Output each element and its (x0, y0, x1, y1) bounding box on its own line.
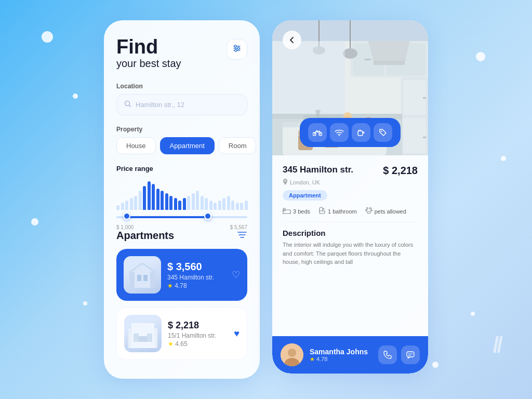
apt-rating-1: ★ 4.78 (167, 282, 225, 289)
decorative-dot (42, 31, 53, 43)
star-icon-2: ★ (168, 340, 174, 348)
amenity-tag[interactable] (374, 123, 392, 142)
price-bar (209, 201, 212, 210)
price-bar (205, 198, 208, 210)
amenity-bicycle[interactable] (308, 123, 327, 142)
svg-line-7 (129, 105, 131, 107)
paw-icon (365, 207, 373, 216)
decorative-dot (471, 312, 475, 316)
svg-rect-13 (137, 275, 141, 281)
apt-price-2: $ 2,218 (168, 320, 228, 331)
phones-container: Find your best stay Location (104, 20, 428, 379)
search-icon (124, 100, 131, 109)
call-button[interactable] (378, 345, 397, 364)
svg-point-3 (234, 45, 236, 47)
agent-rating: ★ 4.78 (310, 356, 372, 363)
price-bar (201, 196, 204, 210)
price-bar (148, 181, 151, 210)
right-phone: 345 Hamilton str. $ 2,218 London, UK App… (272, 20, 428, 374)
price-bar (196, 191, 199, 210)
search-box[interactable]: Hamilton str., 12 (116, 94, 247, 115)
location-pin-icon (283, 179, 288, 186)
price-bar (192, 193, 195, 210)
agent-avatar (281, 343, 303, 366)
property-image (272, 20, 428, 155)
range-thumb-right[interactable] (204, 212, 211, 220)
decorative-dot (73, 94, 78, 99)
heart-button-1[interactable]: ♡ (232, 269, 240, 281)
price-bar (245, 201, 248, 210)
apartments-filter-icon[interactable] (237, 230, 247, 241)
header-title-block: Find your best stay (116, 37, 181, 70)
svg-rect-35 (423, 97, 426, 99)
search-placeholder: Hamilton str., 12 (136, 101, 184, 109)
property-label: Property (116, 126, 247, 133)
star-icon: ★ (167, 282, 173, 289)
decorative-dot (501, 156, 506, 161)
price-bar (183, 198, 186, 210)
back-button[interactable] (283, 31, 301, 49)
svg-rect-36 (423, 137, 426, 138)
bathroom-label: 1 bathroom (328, 208, 357, 215)
price-range-label: Price range (116, 165, 247, 172)
apt-image-1 (124, 256, 161, 294)
apt-card-blue-inner: $ 3,560 345 Hamilton str. ★ 4.78 ♡ (116, 249, 247, 301)
message-button[interactable] (401, 345, 420, 364)
agent-info: Samantha Johns ★ 4.78 (310, 348, 372, 363)
svg-rect-33 (403, 80, 426, 115)
apt-price-1: $ 3,560 (167, 261, 225, 273)
location-label: Location (116, 83, 247, 90)
svg-rect-31 (374, 61, 405, 65)
pets-label: pets allowed (375, 208, 406, 215)
property-detail-content: 345 Hamilton str. $ 2,218 London, UK App… (272, 155, 428, 336)
apt-info-1: $ 3,560 345 Hamilton str. ★ 4.78 (167, 261, 225, 289)
price-bar (169, 196, 172, 210)
svg-point-72 (370, 210, 372, 211)
apt-info-2: $ 2,218 15/1 Hamilton str. ★ 4.65 (168, 320, 228, 348)
svg-rect-76 (407, 352, 414, 357)
svg-point-70 (369, 208, 371, 209)
feature-beds: 3 beds (283, 207, 310, 216)
price-chart: $ 1,000 $ 5,567 (116, 179, 247, 220)
tab-appartment[interactable]: Appartment (160, 137, 215, 154)
svg-point-74 (288, 349, 296, 357)
svg-point-5 (235, 49, 237, 51)
range-thumb-left[interactable] (123, 212, 130, 220)
left-phone: Find your best stay Location (104, 20, 260, 379)
property-type-badge: Appartment (283, 190, 327, 201)
beds-label: 3 beds (293, 208, 310, 215)
description-title: Description (283, 229, 418, 237)
amenity-wifi[interactable] (330, 123, 349, 142)
main-subtitle: your best stay (116, 57, 181, 70)
svg-rect-19 (134, 334, 139, 342)
bed-icon (283, 207, 291, 216)
apartment-card-2[interactable]: $ 2,218 15/1 Hamilton str. ★ 4.65 ♥ (116, 307, 247, 360)
property-tabs: House Appartment Room (116, 137, 247, 154)
decorative-dot (432, 362, 438, 368)
amenity-coffee[interactable] (352, 123, 370, 142)
svg-point-61 (381, 130, 382, 131)
property-features: 3 beds 1 bathroom (283, 207, 418, 222)
sliders-icon (232, 44, 242, 55)
heart-button-2[interactable]: ♥ (234, 328, 240, 339)
range-slider[interactable] (116, 212, 247, 222)
decorative-dot (83, 301, 87, 305)
left-header: Find your best stay (116, 37, 247, 70)
price-labels: $ 1,000 $ 5,567 (116, 224, 247, 230)
price-bar (227, 196, 230, 210)
tab-house[interactable]: House (116, 137, 156, 154)
main-title: Find (116, 37, 181, 57)
apartments-section: Apartments (116, 230, 247, 360)
filter-settings-button[interactable] (227, 39, 247, 60)
agent-actions (378, 345, 420, 364)
price-bar (174, 198, 177, 210)
property-location: London, UK (283, 179, 418, 186)
price-bar (139, 191, 142, 210)
svg-point-53 (343, 48, 357, 59)
agent-bar: Samantha Johns ★ 4.78 (272, 336, 428, 374)
price-bar (156, 189, 159, 210)
tab-room[interactable]: Room (219, 137, 257, 154)
apartment-card-1[interactable]: $ 3,560 345 Hamilton str. ★ 4.78 ♡ (116, 249, 247, 301)
price-bar (231, 201, 234, 210)
price-bar (187, 196, 190, 210)
